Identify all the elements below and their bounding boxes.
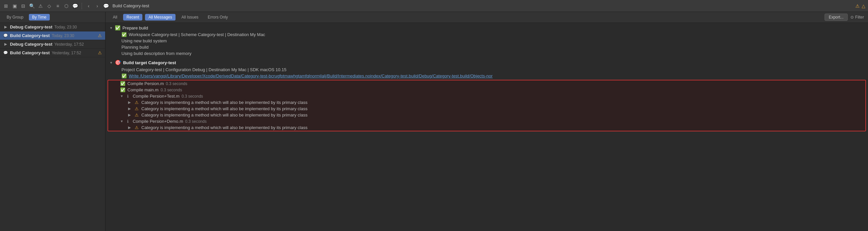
row-text: Workspace Category-test | Scheme Categor… — [129, 32, 265, 37]
check-icon: ✅ — [121, 32, 127, 37]
warning-icon[interactable]: ⚠ — [37, 3, 44, 9]
triangle-icon: ▼ — [110, 61, 113, 65]
tag-icon[interactable]: ⬡ — [63, 3, 70, 9]
section-prepare-header[interactable]: ▼ ✅ Prepare build — [105, 24, 868, 32]
time-text: 0.3 seconds — [161, 88, 182, 92]
window-title: Build Category-test — [113, 3, 149, 8]
list-icon[interactable]: ≡ — [54, 3, 61, 9]
section-build-target-title: Build target Category-test — [123, 60, 176, 65]
grid-icon[interactable]: ⊞ — [3, 3, 9, 9]
warning-triangle-icon: ⚠ — [134, 106, 140, 111]
filter-icon: ⊙ — [850, 15, 854, 20]
item-text: Build Category-test Yesterday, 17:52 — [10, 50, 96, 55]
play-icon: ▶ — [127, 100, 132, 105]
row-text: Compile Persion.m — [127, 81, 164, 86]
compile-persion-row[interactable]: ✅ Compile Persion.m 0.3 seconds — [108, 80, 865, 87]
warning-icon: ℹ — [125, 94, 131, 99]
filter-actions: Export... ⊙ Filter — [825, 13, 864, 21]
check-icon: ✅ — [121, 74, 127, 78]
filter-errors-only-button[interactable]: Errors Only — [205, 14, 231, 21]
info-icon: ℹ — [125, 119, 131, 124]
warning-row-2[interactable]: ▶ ⚠ Category is implementing a method wh… — [108, 106, 865, 112]
row-text: Planning build — [121, 45, 149, 50]
section-build-target-header[interactable]: ▼ 🎯 Build target Category-test — [105, 59, 868, 67]
item-text: Build Category-test Today, 23:30 — [10, 33, 96, 38]
message-icon: 💬 — [3, 33, 8, 38]
sidebar-tab-bar: By Group By Time — [0, 12, 105, 23]
log-row: ✅ Workspace Category-test | Scheme Categ… — [105, 32, 868, 38]
item-text: Debug Category-test Yesterday, 17:52 — [10, 42, 102, 47]
play-icon: ▶ — [3, 42, 8, 46]
row-text: Category is implementing a method which … — [141, 125, 308, 130]
compile-persion-test-header[interactable]: ▼ ℹ Compile Persion+Test.m 0.3 seconds — [108, 93, 865, 99]
top-bar: ⊞ ▣ ⊟ 🔍 ⚠ ◇ ≡ ⬡ 💬 ‹ › 💬 Build Category-t… — [0, 0, 868, 12]
row-text: Using new build system — [121, 38, 167, 43]
speech-bubble-icon[interactable]: 💬 — [72, 3, 78, 9]
row-link-text[interactable]: Write /Users/vangqi/Library/Developer/Xc… — [129, 74, 493, 78]
filter-recent-button[interactable]: Recent — [123, 14, 142, 21]
time-text: 0.3 seconds — [185, 119, 207, 124]
play-icon: ▶ — [127, 113, 132, 117]
log-row: Using build description from memory — [105, 50, 868, 56]
compile-main-row[interactable]: ✅ Compile main.m 0.3 seconds — [108, 87, 865, 93]
filter-all-button[interactable]: All — [110, 14, 120, 21]
time-text: 0.3 seconds — [182, 94, 203, 99]
warning-badge: ⚠ — [98, 50, 102, 55]
filter-all-issues-button[interactable]: All Issues — [178, 14, 202, 21]
alert-icon: △ — [862, 3, 865, 9]
log-row: Project Category-test | Configuration De… — [105, 67, 868, 73]
warning-row-1[interactable]: ▶ ⚠ Category is implementing a method wh… — [108, 99, 865, 106]
nav-forward-button[interactable]: › — [94, 3, 100, 9]
target-icon: 🎯 — [115, 60, 121, 66]
play-icon: ▶ — [127, 125, 132, 130]
main-layout: By Group By Time ▶ Debug Category-test T… — [0, 12, 868, 231]
compile-persion-demo-header[interactable]: ▼ ℹ Compile Persion+Demo.m 0.3 seconds — [108, 118, 865, 124]
sidebar-item-build1[interactable]: 💬 Build Category-test Today, 23:30 ⚠ — [0, 32, 105, 40]
tab-by-time[interactable]: By Time — [29, 14, 50, 21]
expand-triangle-icon: ▼ — [120, 94, 123, 98]
warning-row-3[interactable]: ▶ ⚠ Category is implementing a method wh… — [108, 112, 865, 118]
top-bar-right: ⚠ △ — [856, 3, 865, 9]
log-row: ✅ Write /Users/vangqi/Library/Developer/… — [105, 73, 868, 79]
row-text: Category is implementing a method which … — [141, 100, 308, 105]
warning-triangle-icon: ⚠ — [856, 3, 860, 9]
tab-by-group[interactable]: By Group — [3, 14, 27, 21]
row-text: Using build description from memory — [121, 51, 191, 56]
warning-badge: ⚠ — [98, 33, 102, 38]
diamond-icon[interactable]: ◇ — [46, 3, 53, 9]
search-icon[interactable]: 🔍 — [29, 3, 35, 9]
message-icon: 💬 — [3, 51, 8, 55]
log-row: Using new build system — [105, 38, 868, 44]
filter-all-messages-button[interactable]: All Messages — [145, 14, 175, 21]
log-content: ▼ ✅ Prepare build ✅ Workspace Category-t… — [105, 23, 868, 231]
sidebar: By Group By Time ▶ Debug Category-test T… — [0, 12, 105, 231]
layout-icon[interactable]: ⊟ — [20, 3, 27, 9]
title-chat-icon: 💬 — [102, 3, 109, 9]
warning-triangle-icon: ⚠ — [134, 100, 140, 105]
highlighted-block: ✅ Compile Persion.m 0.3 seconds ✅ Compil… — [107, 80, 866, 131]
triangle-icon: ▼ — [110, 26, 113, 30]
sidebar-items: ▶ Debug Category-test Today, 23:30 💬 Bui… — [0, 23, 105, 231]
item-text: Debug Category-test Today, 23:30 — [10, 25, 102, 30]
time-text: 0.3 seconds — [166, 81, 187, 86]
export-button[interactable]: Export... — [825, 13, 848, 21]
warning-triangle-icon: ⚠ — [134, 125, 140, 130]
play-icon: ▶ — [127, 107, 132, 111]
play-icon: ▶ — [3, 25, 8, 29]
check-icon: ✅ — [120, 81, 125, 86]
square-icon[interactable]: ▣ — [11, 3, 18, 9]
sidebar-item-build2[interactable]: 💬 Build Category-test Yesterday, 17:52 ⚠ — [0, 49, 105, 57]
filter-bar: All Recent All Messages All Issues Error… — [105, 12, 868, 23]
row-text: Category is implementing a method which … — [141, 113, 308, 117]
sidebar-item-debug1[interactable]: ▶ Debug Category-test Today, 23:30 — [0, 23, 105, 32]
nav-back-button[interactable]: ‹ — [85, 3, 92, 9]
filter-label: Filter — [855, 15, 864, 20]
warning-row-demo-1[interactable]: ▶ ⚠ Category is implementing a method wh… — [108, 124, 865, 131]
check-icon: ✅ — [120, 87, 125, 92]
warning-triangle-icon: ⚠ — [134, 113, 140, 117]
sidebar-item-debug2[interactable]: ▶ Debug Category-test Yesterday, 17:52 — [0, 40, 105, 49]
check-icon: ✅ — [115, 25, 120, 31]
right-panel: All Recent All Messages All Issues Error… — [105, 12, 868, 231]
filter-icon-button[interactable]: ⊙ Filter — [850, 15, 864, 20]
log-row: Planning build — [105, 44, 868, 50]
